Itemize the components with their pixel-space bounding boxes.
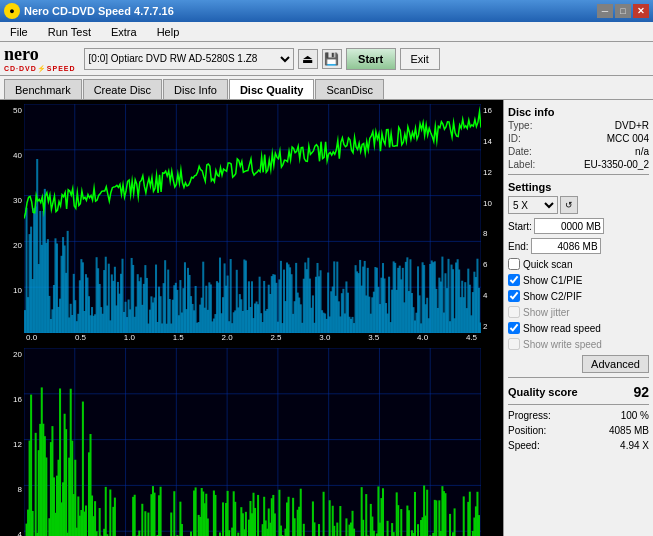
show-jitter-checkbox: [508, 306, 520, 318]
show-read-speed-row[interactable]: Show read speed: [508, 322, 649, 334]
show-jitter-row: Show jitter: [508, 306, 649, 318]
title-bar: ● Nero CD-DVD Speed 4.7.7.16 ─ □ ✕: [0, 0, 653, 22]
disc-id-value: MCC 004: [607, 133, 649, 144]
start-mb-input[interactable]: [534, 218, 604, 234]
show-c1-label: Show C1/PIE: [523, 275, 582, 286]
start-mb-row: Start:: [508, 218, 649, 234]
divider-3: [508, 404, 649, 405]
title-bar-left: ● Nero CD-DVD Speed 4.7.7.16: [4, 3, 174, 19]
refresh-button[interactable]: ↺: [560, 196, 578, 214]
end-mb-row: End:: [508, 238, 649, 254]
exit-button[interactable]: Exit: [400, 48, 440, 70]
show-c1-checkbox[interactable]: [508, 274, 520, 286]
eject-button[interactable]: ⏏: [298, 49, 318, 69]
menu-run-test[interactable]: Run Test: [42, 24, 97, 40]
y-top-30: 30: [4, 196, 22, 205]
top-chart: [24, 104, 481, 333]
menu-help[interactable]: Help: [151, 24, 186, 40]
speed-value: 4.94 X: [620, 440, 649, 451]
y-top-20: 20: [4, 241, 22, 250]
position-label: Position:: [508, 425, 546, 436]
chart-area: 50 40 30 20 10 16 14 12 10 8 6 4: [0, 100, 503, 536]
show-c2-row[interactable]: Show C2/PIF: [508, 290, 649, 302]
window-controls[interactable]: ─ □ ✕: [597, 4, 649, 18]
disc-info-title: Disc info: [508, 106, 649, 118]
y-right-12: 12: [483, 168, 499, 177]
divider-2: [508, 377, 649, 378]
y-top-10: 10: [4, 286, 22, 295]
disc-type-value: DVD+R: [615, 120, 649, 131]
tab-benchmark[interactable]: Benchmark: [4, 79, 82, 99]
x-top-1.0: 1.0: [124, 333, 135, 342]
progress-row: Progress: 100 %: [508, 410, 649, 421]
close-button[interactable]: ✕: [633, 4, 649, 18]
divider-1: [508, 174, 649, 175]
tab-bar: Benchmark Create Disc Disc Info Disc Qua…: [0, 76, 653, 100]
y-right-2: 2: [483, 322, 499, 331]
menu-bar: File Run Test Extra Help: [0, 22, 653, 42]
x-top-1.5: 1.5: [173, 333, 184, 342]
speed-select[interactable]: 5 X Max 1 X 2 X 4 X 8 X: [508, 196, 558, 214]
end-mb-input[interactable]: [531, 238, 601, 254]
disc-label-label: Label:: [508, 159, 535, 170]
nero-subtitle: CD·DVD⚡SPEED: [4, 65, 76, 73]
disc-id-row: ID: MCC 004: [508, 133, 649, 144]
disc-date-row: Date: n/a: [508, 146, 649, 157]
advanced-button[interactable]: Advanced: [582, 355, 649, 373]
quick-scan-row[interactable]: Quick scan: [508, 258, 649, 270]
y-top-40: 40: [4, 151, 22, 160]
quality-score-row: Quality score 92: [508, 384, 649, 400]
y-bot-20: 20: [4, 350, 22, 359]
show-read-speed-checkbox[interactable]: [508, 322, 520, 334]
window-title: Nero CD-DVD Speed 4.7.7.16: [24, 5, 174, 17]
x-top-2.5: 2.5: [270, 333, 281, 342]
drive-select[interactable]: [0:0] Optiarc DVD RW AD-5280S 1.Z8: [84, 48, 294, 70]
quick-scan-checkbox[interactable]: [508, 258, 520, 270]
show-c2-checkbox[interactable]: [508, 290, 520, 302]
y-bot-8: 8: [4, 485, 22, 494]
tab-scan-disc[interactable]: ScanDisc: [315, 79, 383, 99]
bottom-chart: [24, 348, 481, 536]
quick-scan-label: Quick scan: [523, 259, 572, 270]
y-bot-4: 4: [4, 530, 22, 536]
start-button[interactable]: Start: [346, 48, 396, 70]
y-right-14: 14: [483, 137, 499, 146]
y-top-50: 50: [4, 106, 22, 115]
x-top-4.5: 4.5: [466, 333, 477, 342]
show-c1-row[interactable]: Show C1/PIE: [508, 274, 649, 286]
app-icon: ●: [4, 3, 20, 19]
y-bot-12: 12: [4, 440, 22, 449]
minimize-button[interactable]: ─: [597, 4, 613, 18]
y-right-16: 16: [483, 106, 499, 115]
show-write-speed-checkbox: [508, 338, 520, 350]
settings-title: Settings: [508, 181, 649, 193]
show-write-speed-label: Show write speed: [523, 339, 602, 350]
show-read-speed-label: Show read speed: [523, 323, 601, 334]
y-right-10: 10: [483, 199, 499, 208]
end-mb-label: End:: [508, 241, 529, 252]
disc-type-label: Type:: [508, 120, 532, 131]
nero-logo: nero CD·DVD⚡SPEED: [4, 45, 76, 73]
progress-value: 100 %: [621, 410, 649, 421]
show-write-speed-row: Show write speed: [508, 338, 649, 350]
disc-id-label: ID:: [508, 133, 521, 144]
main-content: 50 40 30 20 10 16 14 12 10 8 6 4: [0, 100, 653, 536]
menu-extra[interactable]: Extra: [105, 24, 143, 40]
speed-row: 5 X Max 1 X 2 X 4 X 8 X ↺: [508, 196, 649, 214]
x-top-3.5: 3.5: [368, 333, 379, 342]
tab-disc-info[interactable]: Disc Info: [163, 79, 228, 99]
maximize-button[interactable]: □: [615, 4, 631, 18]
start-mb-label: Start:: [508, 221, 532, 232]
x-top-4.0: 4.0: [417, 333, 428, 342]
menu-file[interactable]: File: [4, 24, 34, 40]
y-bot-16: 16: [4, 395, 22, 404]
right-panel: Disc info Type: DVD+R ID: MCC 004 Date: …: [503, 100, 653, 536]
speed-label: Speed:: [508, 440, 540, 451]
tab-create-disc[interactable]: Create Disc: [83, 79, 162, 99]
tab-disc-quality[interactable]: Disc Quality: [229, 79, 315, 99]
save-button[interactable]: 💾: [322, 49, 342, 69]
quality-score-value: 92: [633, 384, 649, 400]
disc-type-row: Type: DVD+R: [508, 120, 649, 131]
disc-date-label: Date:: [508, 146, 532, 157]
disc-label-value: EU-3350-00_2: [584, 159, 649, 170]
